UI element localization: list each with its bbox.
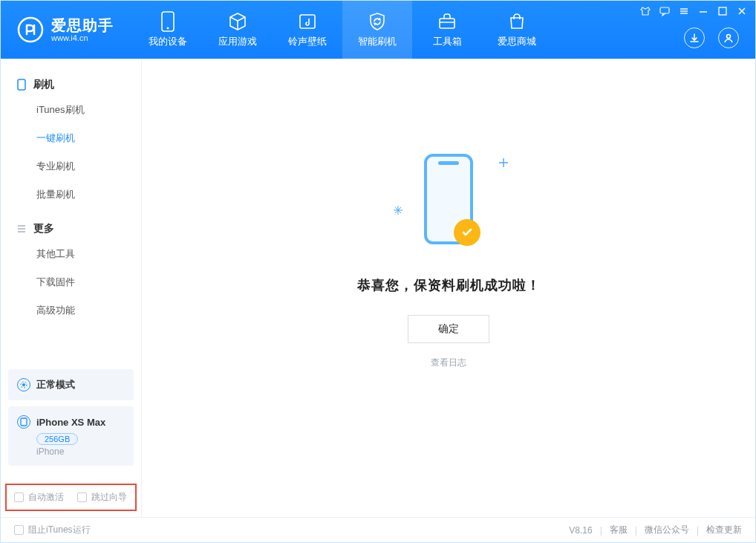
device-card[interactable]: iPhone XS Max 256GB iPhone [8, 406, 134, 466]
ok-button[interactable]: 确定 [408, 315, 489, 343]
minimize-button[interactable] [697, 5, 709, 17]
phone-illustration [424, 154, 473, 244]
menu-icon[interactable] [678, 5, 690, 17]
download-button[interactable] [684, 27, 705, 48]
close-button[interactable] [736, 5, 748, 17]
svg-point-7 [727, 35, 731, 39]
svg-rect-8 [18, 79, 25, 90]
separator: | [697, 525, 699, 536]
statusbar: 阻止iTunes运行 V8.16 | 客服 | 微信公众号 | 检查更新 [1, 517, 755, 542]
checkbox-auto-activate[interactable]: 自动激活 [14, 491, 64, 504]
toolbox-icon [437, 11, 457, 32]
account-button[interactable] [718, 27, 739, 48]
sidebar-item-download-firmware[interactable]: 下载固件 [1, 268, 141, 296]
tab-toolbox[interactable]: 工具箱 [412, 1, 482, 59]
mode-card[interactable]: 正常模式 [8, 369, 134, 400]
svg-point-0 [19, 18, 42, 42]
header: 爱思助手 www.i4.cn 我的设备 应用游戏 铃声壁纸 智能刷机 [1, 1, 755, 59]
sidebar-item-pro-flash[interactable]: 专业刷机 [1, 152, 141, 181]
device-icon [17, 415, 30, 429]
brand-subtitle: www.i4.cn [51, 33, 114, 42]
device-type: iPhone [36, 446, 125, 457]
brand-title: 爱思助手 [51, 17, 114, 33]
tab-ringtones-wallpapers[interactable]: 铃声壁纸 [273, 1, 342, 59]
svg-rect-11 [21, 418, 27, 426]
separator: | [600, 525, 602, 536]
maximize-button[interactable] [717, 5, 729, 17]
success-text: 恭喜您，保资料刷机成功啦！ [142, 276, 755, 294]
sidebar-cards: 正常模式 iPhone XS Max 256GB iPhone [8, 369, 134, 472]
brand-text: 爱思助手 www.i4.cn [51, 17, 114, 42]
sparkle-icon [394, 206, 403, 215]
tab-label: 我的设备 [149, 35, 187, 48]
storage-badge: 256GB [36, 433, 78, 445]
sidebar: 刷机 iTunes刷机 一键刷机 专业刷机 批量刷机 更多 其他工具 下载固件 … [1, 59, 142, 517]
brand-logo [17, 16, 44, 43]
app-window: 爱思助手 www.i4.cn 我的设备 应用游戏 铃声壁纸 智能刷机 [0, 0, 756, 543]
refresh-shield-icon [367, 11, 388, 32]
sidebar-item-oneclick-flash[interactable]: 一键刷机 [1, 124, 141, 152]
version-label: V8.16 [569, 525, 592, 536]
sidebar-group-flash: 刷机 [1, 72, 141, 96]
success-illustration [389, 151, 508, 255]
tab-label: 智能刷机 [358, 35, 397, 48]
link-check-update[interactable]: 检查更新 [706, 524, 742, 536]
main-content: 恭喜您，保资料刷机成功啦！ 确定 查看日志 [142, 59, 755, 517]
sidebar-item-batch-flash[interactable]: 批量刷机 [1, 181, 141, 209]
phone-icon [16, 79, 27, 91]
tab-label: 工具箱 [433, 35, 462, 48]
sparkle-icon [499, 158, 508, 167]
feedback-icon[interactable] [659, 5, 671, 17]
sidebar-footer-options: 自动激活 跳过向导 [5, 484, 137, 511]
svg-rect-3 [300, 15, 315, 28]
shopping-bag-icon [506, 11, 527, 32]
svg-rect-6 [719, 7, 726, 15]
checkbox-skip-wizard[interactable]: 跳过向导 [77, 491, 127, 504]
tab-my-device[interactable]: 我的设备 [133, 1, 203, 59]
brand: 爱思助手 www.i4.cn [1, 1, 127, 59]
sidebar-group-more: 更多 [1, 216, 141, 240]
checkbox-block-itunes[interactable]: 阻止iTunes运行 [14, 524, 91, 536]
svg-point-9 [22, 383, 25, 386]
shirt-icon[interactable] [639, 5, 651, 17]
sidebar-item-itunes-flash[interactable]: iTunes刷机 [1, 96, 141, 124]
checkbox-icon [77, 492, 87, 502]
tab-label: 铃声壁纸 [288, 35, 327, 48]
statusbar-right: V8.16 | 客服 | 微信公众号 | 检查更新 [569, 524, 742, 536]
separator: | [635, 525, 637, 536]
sidebar-group-title: 刷机 [33, 78, 54, 91]
tab-apps-games[interactable]: 应用游戏 [203, 1, 273, 59]
sidebar-scroll: 刷机 iTunes刷机 一键刷机 专业刷机 批量刷机 更多 其他工具 下载固件 … [1, 59, 141, 362]
svg-point-2 [167, 27, 169, 30]
result-panel: 恭喜您，保资料刷机成功啦！ 确定 查看日志 [142, 151, 755, 369]
checkbox-label: 跳过向导 [91, 491, 127, 504]
link-wechat[interactable]: 微信公众号 [645, 524, 689, 536]
body: 刷机 iTunes刷机 一键刷机 专业刷机 批量刷机 更多 其他工具 下载固件 … [1, 59, 755, 517]
mode-icon [17, 378, 30, 391]
checkbox-label: 自动激活 [28, 491, 64, 504]
success-check-icon [454, 219, 480, 246]
list-icon [16, 223, 27, 235]
tab-label: 应用游戏 [218, 35, 257, 48]
device-icon [157, 11, 178, 32]
checkbox-label: 阻止iTunes运行 [28, 524, 91, 536]
header-tabs: 我的设备 应用游戏 铃声壁纸 智能刷机 工具箱 爱思商城 [133, 1, 552, 59]
sidebar-group-title: 更多 [33, 222, 54, 235]
cube-icon [227, 11, 248, 32]
view-log-link[interactable]: 查看日志 [142, 357, 755, 369]
music-folder-icon [297, 11, 318, 32]
window-controls [639, 5, 748, 17]
device-name: iPhone XS Max [36, 417, 105, 428]
tab-label: 爱思商城 [498, 35, 536, 48]
sidebar-item-advanced[interactable]: 高级功能 [1, 296, 141, 325]
header-right-buttons [684, 27, 739, 48]
checkbox-icon [14, 525, 24, 535]
checkbox-icon [14, 492, 24, 502]
mode-label: 正常模式 [36, 378, 75, 391]
svg-rect-4 [440, 19, 454, 28]
svg-rect-5 [660, 7, 669, 13]
link-support[interactable]: 客服 [610, 524, 628, 536]
tab-store[interactable]: 爱思商城 [482, 1, 552, 59]
sidebar-item-other-tools[interactable]: 其他工具 [1, 240, 141, 268]
tab-smart-flash[interactable]: 智能刷机 [342, 1, 412, 59]
